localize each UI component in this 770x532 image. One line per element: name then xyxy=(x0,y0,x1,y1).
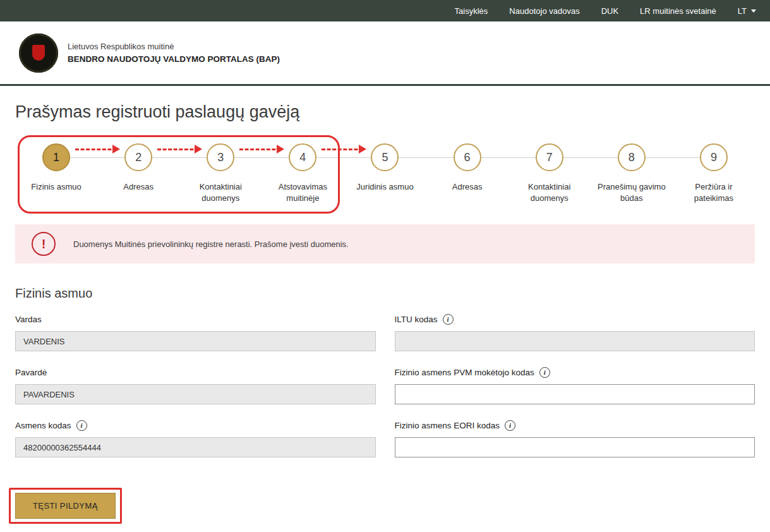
section-title-fizinis-asmuo: Fizinis asmuo xyxy=(15,286,755,301)
step-1-label: Fizinis asmuo xyxy=(31,181,81,193)
step-5-label: Juridinis asmuo xyxy=(356,181,413,193)
step-6-adresas: 6 Adresas xyxy=(426,143,508,205)
pavarde-label-text: Pavardė xyxy=(15,368,47,377)
field-asmens-kodas: Asmens kodas i xyxy=(15,420,376,457)
step-3-kontaktiniai-duomenys: 3 Kontaktiniai duomenys xyxy=(179,143,262,205)
eori-kodas-input[interactable] xyxy=(395,437,755,457)
step-4-circle: 4 xyxy=(289,143,316,171)
step-7-label: Kontaktiniai duomenys xyxy=(514,181,585,204)
pvm-kodas-input[interactable] xyxy=(395,384,755,404)
step-7-circle: 7 xyxy=(536,143,563,171)
pavarde-input xyxy=(15,384,376,404)
annotation-arrow-step4-step5 xyxy=(322,148,363,150)
topbar: Taisyklės Naudotojo vadovas DUK LR muiti… xyxy=(0,0,770,21)
alert-message: Duomenys Muitinės prievolininkų registre… xyxy=(73,239,349,249)
field-pavarde: Pavardė xyxy=(15,366,376,404)
pvm-kodas-label: Fizinio asmens PVM mokėtojo kodas i xyxy=(395,366,755,378)
field-pvm-kodas: Fizinio asmens PVM mokėtojo kodas i xyxy=(395,366,755,404)
topbar-link-duk[interactable]: DUK xyxy=(601,6,618,16)
topbar-link-naudotojo-vadovas[interactable]: Naudotojo vadovas xyxy=(509,6,579,16)
iltu-kodas-label-text: ILTU kodas xyxy=(395,315,438,324)
asmens-kodas-label: Asmens kodas i xyxy=(15,420,376,431)
step-2-label: Adresas xyxy=(123,181,153,193)
step-1-circle: 1 xyxy=(42,143,70,171)
step-8-circle: 8 xyxy=(618,143,646,171)
exclamation-icon: ! xyxy=(32,232,56,256)
info-icon[interactable]: i xyxy=(539,367,550,378)
step-1-fizinis-asmuo: 1 Fizinis asmuo xyxy=(15,143,97,205)
field-iltu-kodas: ILTU kodas i xyxy=(395,313,755,351)
iltu-kodas-input xyxy=(395,331,755,351)
person-form: Vardas Pavardė Asmens kodas i xyxy=(15,313,755,473)
portal-name: BENDRO NAUDOTOJŲ VALDYMO PORTALAS (BAP) xyxy=(68,54,280,64)
annotation-box-continue-button: TĘSTI PILDYMĄ xyxy=(9,488,122,524)
step-2-adresas: 2 Adresas xyxy=(97,143,179,205)
info-icon[interactable]: i xyxy=(76,420,87,431)
field-eori-kodas: Fizinio asmens EORI kodas i xyxy=(395,420,755,457)
warning-alert: ! Duomenys Muitinės prievolininkų regist… xyxy=(15,224,755,263)
step-9-perziura-ir-pateikimas: 9 Peržiūra ir pateikimas xyxy=(673,143,755,205)
annotation-arrow-step1-step2 xyxy=(75,148,117,150)
field-vardas: Vardas xyxy=(15,313,376,351)
pavarde-label: Pavardė xyxy=(15,366,376,378)
org-name: Lietuvos Respublikos muitinė xyxy=(68,42,280,51)
step-9-label: Peržiūra ir pateikimas xyxy=(678,181,749,204)
page-title: Prašymas registruoti paslaugų gavėją xyxy=(15,102,755,122)
topbar-link-taisykles[interactable]: Taisyklės xyxy=(455,6,488,16)
language-selector[interactable]: LT xyxy=(738,6,756,16)
shield-emblem-icon xyxy=(32,45,45,61)
asmens-kodas-input xyxy=(15,437,376,457)
pvm-kodas-label-text: Fizinio asmens PVM mokėtojo kodas xyxy=(395,368,534,377)
language-label: LT xyxy=(738,6,747,16)
wizard-stepper: 1 Fizinis asmuo 2 Adresas 3 Kontaktiniai… xyxy=(15,143,755,205)
step-8-label: Pranešimų gavimo būdas xyxy=(596,181,667,204)
eori-kodas-label: Fizinio asmens EORI kodas i xyxy=(395,420,755,431)
step-6-circle: 6 xyxy=(454,143,481,171)
step-9-circle: 9 xyxy=(700,143,728,171)
step-2-circle: 2 xyxy=(124,143,152,171)
form-left-column: Vardas Pavardė Asmens kodas i xyxy=(15,313,376,473)
step-3-label: Kontaktiniai duomenys xyxy=(185,181,256,204)
step-8-pranesimu-gavimo-budas: 8 Pranešimų gavimo būdas xyxy=(591,143,673,205)
vardas-label-text: Vardas xyxy=(15,315,42,324)
vardas-input xyxy=(15,331,376,351)
chevron-down-icon xyxy=(751,9,756,13)
step-5-circle: 5 xyxy=(371,143,399,171)
step-3-circle: 3 xyxy=(207,143,234,171)
customs-logo xyxy=(19,33,58,73)
iltu-kodas-label: ILTU kodas i xyxy=(395,313,755,325)
vardas-label: Vardas xyxy=(15,313,376,325)
header: Lietuvos Respublikos muitinė BENDRO NAUD… xyxy=(0,21,770,86)
step-5-juridinis-asmuo: 5 Juridinis asmuo xyxy=(344,143,426,205)
step-4-label: Atstovavimas muitinėje xyxy=(267,181,338,204)
header-text: Lietuvos Respublikos muitinė BENDRO NAUD… xyxy=(68,42,280,64)
main-content: Prašymas registruoti paslaugų gavėją 1 F… xyxy=(0,102,770,532)
form-right-column: ILTU kodas i Fizinio asmens PVM mokėtojo… xyxy=(395,313,755,473)
asmens-kodas-label-text: Asmens kodas xyxy=(15,421,71,430)
continue-button[interactable]: TĘSTI PILDYMĄ xyxy=(15,493,116,519)
step-4-atstovavimas-muitineje: 4 Atstovavimas muitinėje xyxy=(262,143,344,205)
info-icon[interactable]: i xyxy=(443,314,454,325)
topbar-link-lr-muitines-svetaine[interactable]: LR muitinės svetainė xyxy=(640,6,716,16)
step-6-label: Adresas xyxy=(452,181,483,193)
step-7-kontaktiniai-duomenys: 7 Kontaktiniai duomenys xyxy=(508,143,591,205)
eori-kodas-label-text: Fizinio asmens EORI kodas xyxy=(395,421,500,430)
info-icon[interactable]: i xyxy=(505,420,515,431)
annotation-arrow-step3-step4 xyxy=(239,148,281,150)
annotation-arrow-step2-step3 xyxy=(157,148,199,150)
